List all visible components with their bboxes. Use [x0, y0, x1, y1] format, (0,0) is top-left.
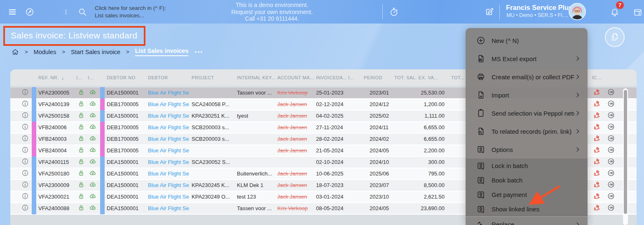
cloud-lock-icon[interactable] — [88, 179, 98, 190]
breadcrumb-options-dots[interactable] — [195, 51, 202, 53]
column-header-account-manager[interactable]: ACCOUNT MA... — [276, 75, 314, 80]
column-header-total-ex-vat[interactable]: TOT. SAL. EX. VA... — [393, 75, 450, 80]
payment-icon[interactable] — [592, 156, 602, 167]
goto-record-icon[interactable] — [606, 109, 616, 121]
goto-record-icon[interactable] — [606, 202, 616, 213]
info-icon[interactable] — [20, 156, 30, 167]
column-header-project[interactable]: PROJECT — [190, 75, 235, 80]
avatar[interactable] — [569, 3, 586, 20]
debtor-link[interactable]: Blue Air Flight Se — [146, 203, 190, 214]
cloud-lock-icon[interactable] — [88, 167, 98, 179]
lock-icon[interactable]: 0 — [76, 202, 86, 213]
goto-record-icon[interactable] — [606, 98, 616, 109]
menu-item-show-linked-lines[interactable]: Show linked lines — [466, 202, 588, 216]
column-header-debtor[interactable]: DEBTOR — [146, 75, 190, 80]
payment-icon[interactable] — [592, 98, 602, 109]
cloud-lock-icon[interactable] — [88, 133, 98, 144]
menu-item-new-n[interactable]: New (^ N) — [466, 31, 588, 50]
copy-document-button[interactable] — [605, 27, 625, 47]
debtor-link[interactable]: Blue Air Flight Se — [146, 99, 190, 110]
payment-icon[interactable] — [592, 144, 602, 156]
payment-icon[interactable] — [592, 190, 602, 202]
breadcrumb-modules[interactable]: Modules — [34, 49, 56, 55]
goto-record-icon[interactable] — [606, 190, 616, 202]
debtor-link[interactable]: Blue Air Flight Se — [146, 122, 190, 133]
lock-icon[interactable]: 0 — [76, 121, 86, 133]
debtor-link[interactable]: Blue Air Flight Se — [146, 156, 190, 168]
kebab-menu-icon[interactable] — [63, 6, 69, 18]
window-panel-icon[interactable] — [632, 7, 644, 18]
payment-icon[interactable] — [592, 167, 602, 179]
info-icon[interactable] — [20, 167, 30, 179]
cloud-lock-icon[interactable] — [88, 109, 98, 121]
cloud-lock-icon[interactable] — [88, 144, 98, 156]
payment-icon[interactable] — [592, 86, 602, 98]
lock-icon[interactable]: 0 — [76, 109, 86, 121]
scrollbar-thumb[interactable] — [624, 90, 627, 214]
debtor-link[interactable]: Blue Air Flight Se — [146, 133, 190, 145]
goto-record-icon[interactable] — [606, 179, 616, 190]
home-icon[interactable] — [12, 48, 19, 56]
goto-record-icon[interactable] — [606, 133, 616, 144]
menu-item-book-batch[interactable]: Book batch — [466, 173, 588, 187]
lock-icon[interactable]: 0 — [76, 179, 86, 190]
user-menu[interactable]: Francis Service Plus MU • Demo • SER.S •… — [506, 4, 569, 18]
menu-item-options[interactable]: Options — [466, 140, 588, 159]
column-header-debtor-no[interactable]: DEBTOR NO — [105, 75, 146, 80]
lock-icon[interactable]: 0 — [76, 86, 86, 98]
info-icon[interactable] — [20, 202, 30, 213]
column-header-invoice-date[interactable]: INVOICEDA... — [314, 75, 347, 80]
column-header-ic[interactable]: IC... — [590, 75, 604, 80]
menu-item-to-related-records-prim-link[interactable]: To related records (prim. link) — [466, 122, 588, 140]
payment-icon[interactable] — [592, 202, 602, 213]
goto-record-icon[interactable] — [606, 121, 616, 133]
edit-icon[interactable] — [484, 6, 495, 18]
column-header-period[interactable]: PERIOD — [362, 75, 393, 80]
timer-icon[interactable] — [388, 6, 400, 18]
debtor-link[interactable]: Blue Air Flight Se — [146, 180, 190, 191]
info-icon[interactable] — [20, 121, 30, 133]
menu-item-ms-excel-export[interactable]: MS Excel export — [466, 50, 588, 68]
compass-icon[interactable] — [24, 6, 35, 18]
lock-icon[interactable]: 0 — [76, 144, 86, 156]
cloud-lock-icon[interactable] — [88, 86, 98, 98]
cloud-lock-icon[interactable] — [88, 156, 98, 167]
menu-item-replace[interactable]: Replace — [466, 216, 588, 225]
debtor-link[interactable]: Blue Air Flight Se — [146, 168, 190, 180]
menu-item-import[interactable]: Import — [466, 86, 588, 104]
payment-icon[interactable] — [592, 133, 602, 144]
info-icon[interactable] — [20, 179, 30, 190]
cloud-lock-icon[interactable] — [88, 121, 98, 133]
cloud-lock-icon[interactable] — [88, 202, 98, 213]
payment-icon[interactable] — [592, 109, 602, 121]
debtor-link[interactable]: Blue Air Flight Se — [146, 110, 190, 122]
info-icon[interactable] — [20, 98, 30, 109]
info-icon[interactable] — [20, 86, 30, 98]
search-input[interactable]: Click here for search in (^ F): List sal… — [95, 5, 166, 19]
lock-icon[interactable]: 0 — [76, 190, 86, 202]
search-icon[interactable] — [77, 6, 88, 18]
lock-icon[interactable]: 0 — [76, 167, 86, 179]
lock-icon[interactable]: 0 — [76, 133, 86, 144]
menu-item-get-payment[interactable]: Get payment — [466, 187, 588, 202]
menu-item-create-email-s-or-collect-pdf-list[interactable]: Create email(s) or collect PDF (list) — [466, 68, 588, 86]
lock-icon[interactable]: 0 — [76, 98, 86, 109]
breadcrumb-start-sales-invoice[interactable]: Start Sales invoice — [71, 49, 120, 55]
column-header-ref-nr[interactable]: REF. NR.↓ — [37, 75, 75, 81]
debtor-link[interactable]: Blue Air Flight Se — [146, 87, 190, 99]
menu-item-send-selection-via-peppol-network[interactable]: Send selection via Peppol network — [466, 104, 588, 122]
goto-record-icon[interactable] — [606, 86, 616, 98]
cloud-lock-icon[interactable] — [88, 190, 98, 202]
debtor-link[interactable]: Blue Air Flight Se — [146, 191, 190, 203]
table-scrollbar[interactable] — [623, 88, 628, 225]
info-icon[interactable] — [20, 109, 30, 121]
goto-record-icon[interactable] — [606, 156, 616, 167]
info-icon[interactable] — [20, 190, 30, 202]
column-header-internal-key[interactable]: INTERNAL KEY... — [235, 75, 276, 80]
payment-icon[interactable] — [592, 121, 602, 133]
payment-icon[interactable] — [592, 179, 602, 190]
cloud-lock-icon[interactable] — [88, 98, 98, 109]
goto-record-icon[interactable] — [606, 167, 616, 179]
goto-record-icon[interactable] — [606, 144, 616, 156]
column-header-i1[interactable]: I... — [75, 75, 86, 80]
